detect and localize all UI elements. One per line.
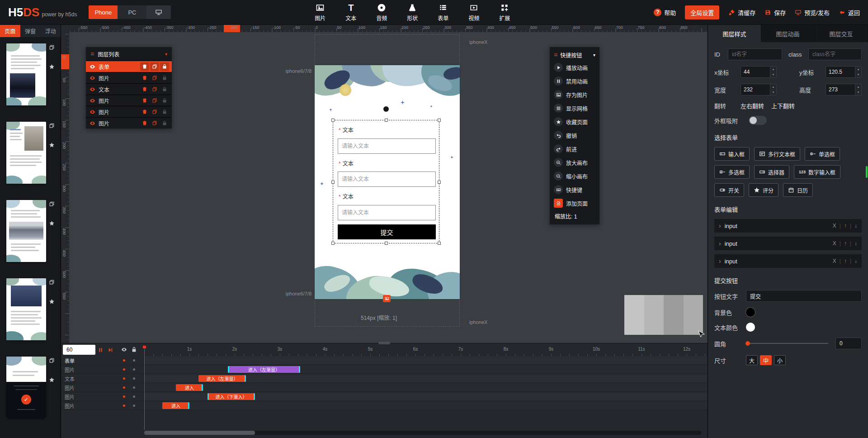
layer-list-header[interactable]: ≡ 图层列表 ▾	[86, 47, 172, 61]
timeline-ruler[interactable]: 1s2s3s4s5s6s7s8s9s10s11s12s	[144, 343, 708, 356]
resize-handle-se[interactable]	[438, 242, 441, 245]
page-thumbnail[interactable]	[6, 122, 46, 184]
track-lane[interactable]	[144, 356, 708, 364]
device-pc-button[interactable]: PC	[118, 5, 146, 19]
tool-form[interactable]: 表单	[434, 3, 453, 22]
star-page-icon[interactable]	[49, 299, 55, 305]
zoom-in-canvas-button[interactable]: 放大画布	[554, 156, 595, 169]
resize-handle-sw[interactable]	[331, 242, 335, 245]
timeline-track[interactable]: 图片 进入（下渐入）	[61, 392, 708, 401]
global-settings-button[interactable]: 全局设置	[685, 5, 719, 19]
width-input[interactable]	[741, 84, 770, 95]
add-input-button[interactable]: 输入框	[714, 147, 750, 161]
move-up-button[interactable]: ↑	[844, 258, 847, 264]
eye-icon[interactable]	[86, 64, 99, 70]
star-page-icon[interactable]	[49, 377, 55, 383]
track-visible-dot[interactable]	[123, 395, 125, 398]
flip-vertical-button[interactable]: 上下翻转	[771, 101, 795, 110]
disable-animation-button[interactable]: 禁用动画	[554, 74, 595, 88]
lock-layer-icon[interactable]	[160, 108, 169, 116]
copy-layer-icon[interactable]	[150, 74, 159, 82]
redo-button[interactable]: 前进	[554, 142, 595, 156]
tab-layer-animation[interactable]: 图层动画	[761, 25, 815, 42]
x-input[interactable]	[741, 67, 770, 77]
add-select-button[interactable]: 选择器	[754, 165, 789, 179]
layer-row[interactable]: 图片	[86, 106, 172, 117]
spinner-down-icon[interactable]: ▼	[855, 72, 861, 77]
shortcuts-button[interactable]: 快捷键	[554, 183, 595, 196]
tab-layer-style[interactable]: 图层样式	[708, 25, 761, 42]
lock-layer-icon[interactable]	[160, 119, 169, 128]
all-visible-toggle[interactable]	[120, 347, 127, 352]
chevron-right-icon[interactable]: ›	[719, 222, 721, 229]
spinner-up-icon[interactable]: ▲	[770, 84, 776, 90]
resize-handle-ne[interactable]	[438, 119, 441, 122]
layer-row[interactable]: 表单	[86, 61, 172, 72]
delete-layer-icon[interactable]	[140, 62, 149, 71]
canvas-background[interactable]: iphoneX iphoneX iphone6/7/8 iphone6/7/8	[69, 32, 708, 343]
text-color-swatch[interactable]	[746, 323, 755, 332]
radius-slider[interactable]	[746, 343, 828, 344]
save-button[interactable]: 保存	[764, 8, 786, 17]
form-edit-row[interactable]: › input X|↑|↓	[714, 237, 862, 250]
move-up-button[interactable]: ↑	[844, 240, 847, 247]
resize-handle-w[interactable]	[331, 181, 335, 184]
eye-icon[interactable]	[86, 98, 99, 104]
spinner-down-icon[interactable]: ▼	[770, 90, 776, 95]
animation-bar[interactable]: 进入	[162, 402, 189, 409]
track-visible-dot[interactable]	[123, 405, 125, 407]
track-lock-dot[interactable]	[133, 359, 135, 362]
preview-publish-button[interactable]: 预览/发布	[795, 8, 830, 17]
move-up-button[interactable]: ↑	[844, 223, 847, 229]
eye-icon[interactable]	[86, 109, 99, 115]
add-rate-button[interactable]: 评分	[749, 183, 778, 197]
layer-row[interactable]: 图片	[86, 95, 172, 106]
tab-popup[interactable]: 弹窗	[20, 25, 41, 37]
save-as-image-button[interactable]: 存为图片	[554, 88, 595, 101]
timeline-track[interactable]: 文本 进入（左渐显）	[61, 374, 708, 383]
animation-bar[interactable]: 进入（左渐显）	[228, 366, 300, 373]
spinner-up-icon[interactable]: ▲	[855, 84, 861, 90]
slider-handle[interactable]	[745, 341, 750, 346]
track-lane[interactable]: 进入	[144, 383, 708, 391]
form-edit-row[interactable]: › input X|↑|↓	[714, 219, 862, 233]
add-calendar-button[interactable]: 日历	[783, 183, 813, 197]
lock-layer-icon[interactable]	[160, 96, 169, 105]
tool-shape[interactable]: 形状	[403, 3, 422, 22]
lock-layer-icon[interactable]	[160, 62, 169, 71]
spinner-down-icon[interactable]: ▼	[855, 90, 861, 95]
page-canvas[interactable]: *文本 *文本 *文本 提交	[315, 65, 460, 299]
add-switch-button[interactable]: 开关	[714, 183, 744, 197]
track-lane[interactable]: 进入（下渐入）	[144, 392, 708, 400]
tool-video[interactable]: 视频	[464, 3, 483, 22]
zoom-out-canvas-button[interactable]: 缩小画布	[554, 169, 595, 183]
form-text-input[interactable]	[338, 205, 436, 220]
resize-handle-nw[interactable]	[331, 119, 335, 122]
gray-palette-image[interactable]	[624, 295, 703, 335]
track-lock-dot[interactable]	[133, 368, 135, 371]
page-thumbnail[interactable]	[6, 43, 46, 105]
bg-color-swatch[interactable]	[746, 308, 755, 317]
remove-item-button[interactable]: X	[833, 240, 836, 247]
track-lane[interactable]: 进入（左渐显）	[144, 365, 708, 373]
timeline-track[interactable]: 图片 进入	[61, 401, 708, 410]
track-visible-dot[interactable]	[123, 386, 125, 389]
timeline-skip-end-button[interactable]	[105, 345, 115, 355]
track-lock-dot[interactable]	[133, 386, 135, 389]
resize-handle-e[interactable]	[438, 181, 441, 184]
remove-item-button[interactable]: X	[833, 258, 836, 264]
timeline-track[interactable]: 表单	[61, 356, 708, 365]
timeline-track[interactable]: 图片 进入（左渐显）	[61, 365, 708, 374]
height-input[interactable]	[826, 84, 855, 95]
size-small-button[interactable]: 小	[774, 355, 786, 365]
quick-panel-header[interactable]: ≡ 快捷按钮 ▾	[554, 49, 595, 61]
delete-layer-icon[interactable]	[140, 85, 149, 94]
show-grid-button[interactable]: 显示网格	[554, 101, 595, 115]
tab-layer-interaction[interactable]: 图层交互	[815, 25, 868, 42]
move-down-button[interactable]: ↓	[854, 240, 857, 247]
favorite-page-button[interactable]: 收藏页面	[554, 115, 595, 129]
panel-scrollbar-thumb[interactable]	[866, 166, 868, 178]
resize-handle-n[interactable]	[385, 119, 388, 122]
chevron-right-icon[interactable]: ›	[719, 240, 721, 247]
page-thumbnail[interactable]	[6, 278, 46, 340]
